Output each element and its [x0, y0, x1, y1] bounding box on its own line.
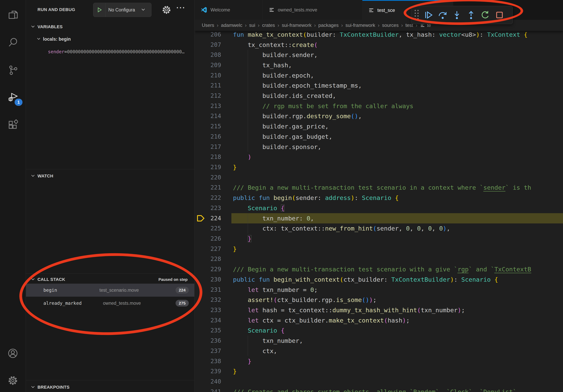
- breadcrumb-item[interactable]: sui-framework: [345, 23, 375, 28]
- code-area[interactable]: 206fun make_tx_context(builder: TxContex…: [195, 0, 563, 392]
- code-text[interactable]: /// Begin a new multi-transaction test s…: [233, 264, 531, 274]
- code-text[interactable]: ctx,: [233, 346, 277, 356]
- account-icon[interactable]: [0, 341, 26, 365]
- call-stack-frame-already_marked[interactable]: already_markedowned_tests.move275: [26, 297, 194, 310]
- explorer-icon[interactable]: [0, 3, 26, 26]
- line-number[interactable]: 218: [195, 152, 221, 162]
- breadcrumb-item[interactable]: packages: [318, 23, 339, 28]
- drag-grip[interactable]: [415, 10, 419, 20]
- line-number[interactable]: 234: [195, 315, 221, 326]
- line-number[interactable]: 233: [195, 305, 221, 315]
- code-text[interactable]: txn_number,: [233, 336, 303, 346]
- line-number[interactable]: 209: [195, 60, 221, 70]
- code-text[interactable]: tx_context::create(: [233, 40, 318, 50]
- code-text[interactable]: builder.sponsor,: [233, 142, 321, 152]
- code-text[interactable]: ctx: tx_context::new_from_hint(sender, 0…: [233, 223, 450, 234]
- line-number[interactable]: 222: [195, 193, 221, 203]
- restart-icon[interactable]: [478, 8, 492, 22]
- tab-owned_tests.move[interactable]: owned_tests.move: [263, 0, 362, 20]
- code-text[interactable]: txn_number: 0,: [233, 213, 314, 223]
- code-text[interactable]: Scenario {: [233, 203, 284, 213]
- line-number[interactable]: 219: [195, 162, 221, 172]
- code-text[interactable]: public fun begin_with_context(ctx_builde…: [233, 274, 498, 285]
- step-out-icon[interactable]: [464, 8, 478, 22]
- code-text[interactable]: // rgp must be set from the caller alway…: [233, 101, 413, 111]
- launch-configuration-dropdown[interactable]: No Configura: [93, 3, 152, 17]
- code-text[interactable]: let ctx = ctx_builder.make_tx_context(ha…: [233, 315, 410, 326]
- code-text[interactable]: assert!(ctx_builder.rgp.is_some());: [233, 295, 377, 305]
- code-text[interactable]: }: [233, 234, 251, 244]
- line-number[interactable]: 215: [195, 121, 221, 131]
- code-text[interactable]: builder.epoch,: [233, 70, 314, 80]
- code-text[interactable]: let txn_number = 0;: [233, 285, 318, 295]
- breadcrumb-item[interactable]: Users: [202, 23, 214, 28]
- line-number[interactable]: 238: [195, 356, 221, 366]
- breadcrumb-item[interactable]: crates: [262, 23, 275, 28]
- breadcrumb-item[interactable]: sui-framework: [282, 23, 311, 28]
- code-text[interactable]: ): [233, 152, 251, 162]
- step-into-icon[interactable]: [450, 8, 464, 22]
- line-number[interactable]: 227: [195, 244, 221, 254]
- code-text[interactable]: let hash = tx_context::dummy_tx_hash_wit…: [233, 305, 465, 315]
- line-number[interactable]: 239: [195, 366, 221, 376]
- code-text[interactable]: builder.rgp.destroy_some(),: [233, 111, 362, 121]
- continue-icon[interactable]: [421, 8, 435, 22]
- variable-row-sender[interactable]: sender = 0000000000000000000000000000000…: [48, 47, 194, 57]
- line-number[interactable]: 224: [195, 213, 221, 223]
- line-number[interactable]: 231: [195, 285, 221, 295]
- code-text[interactable]: builder.sender,: [233, 50, 318, 60]
- breadcrumb-item[interactable]: sui: [249, 23, 255, 28]
- breakpoints-section-header[interactable]: BREAKPOINTS: [26, 382, 194, 392]
- line-number[interactable]: 217: [195, 142, 221, 152]
- source-control-icon[interactable]: [0, 58, 26, 81]
- line-number[interactable]: 235: [195, 325, 221, 336]
- code-text[interactable]: builder.ids_created,: [233, 91, 336, 101]
- line-number[interactable]: 221: [195, 182, 221, 193]
- line-number[interactable]: 232: [195, 295, 221, 305]
- gear-icon[interactable]: [162, 5, 171, 15]
- line-number[interactable]: 211: [195, 80, 221, 91]
- line-number[interactable]: 216: [195, 131, 221, 142]
- line-number[interactable]: 225: [195, 223, 221, 234]
- locals-scope-row[interactable]: locals: begin: [26, 34, 194, 44]
- watch-section-header[interactable]: WATCH: [26, 171, 194, 181]
- code-text[interactable]: Scenario {: [233, 325, 284, 336]
- tab-Welcome[interactable]: Welcome: [195, 0, 263, 20]
- breadcrumb-item[interactable]: sources: [382, 23, 399, 28]
- run-and-debug-icon[interactable]: 1: [0, 85, 26, 109]
- step-over-icon[interactable]: [435, 8, 450, 22]
- line-number[interactable]: 213: [195, 101, 221, 111]
- code-text[interactable]: /// Begin a new multi-transaction test s…: [233, 182, 531, 193]
- code-text[interactable]: builder.epoch_timestamp_ms,: [233, 80, 362, 91]
- line-number[interactable]: 223: [195, 203, 221, 213]
- line-number[interactable]: 226: [195, 234, 221, 244]
- line-number[interactable]: 210: [195, 70, 221, 80]
- code-text[interactable]: public fun begin(sender: address): Scena…: [233, 193, 399, 203]
- code-text[interactable]: }: [233, 366, 237, 376]
- line-number[interactable]: 207: [195, 40, 221, 50]
- code-text[interactable]: }: [233, 244, 237, 254]
- line-number[interactable]: 206: [195, 29, 221, 40]
- stop-icon[interactable]: [492, 8, 507, 22]
- line-number[interactable]: 241: [195, 387, 221, 392]
- line-number[interactable]: 229: [195, 264, 221, 274]
- line-number[interactable]: 214: [195, 111, 221, 121]
- code-text[interactable]: builder.gas_price,: [233, 121, 329, 131]
- settings-gear-icon[interactable]: [0, 369, 26, 392]
- line-number[interactable]: 228: [195, 254, 221, 264]
- extensions-icon[interactable]: [0, 113, 26, 136]
- code-text[interactable]: fun make_tx_context(builder: TxContextBu…: [233, 29, 527, 40]
- call-stack-section-header[interactable]: CALL STACK Paused on step: [26, 275, 194, 284]
- code-text[interactable]: }: [233, 162, 237, 172]
- code-text[interactable]: }: [233, 356, 251, 366]
- code-text[interactable]: tx_hash,: [233, 60, 292, 70]
- more-actions-ellipsis-icon[interactable]: ···: [176, 3, 186, 12]
- code-text[interactable]: builder.gas_budget,: [233, 131, 333, 142]
- call-stack-frame-begin[interactable]: begintest_scenario.move224: [26, 284, 194, 297]
- line-number[interactable]: 212: [195, 91, 221, 101]
- breadcrumb-item[interactable]: adamwelc: [221, 23, 242, 28]
- line-number[interactable]: 208: [195, 50, 221, 60]
- line-number[interactable]: 230: [195, 274, 221, 285]
- start-debugging-play-icon[interactable]: [93, 3, 105, 17]
- line-number[interactable]: 220: [195, 172, 221, 183]
